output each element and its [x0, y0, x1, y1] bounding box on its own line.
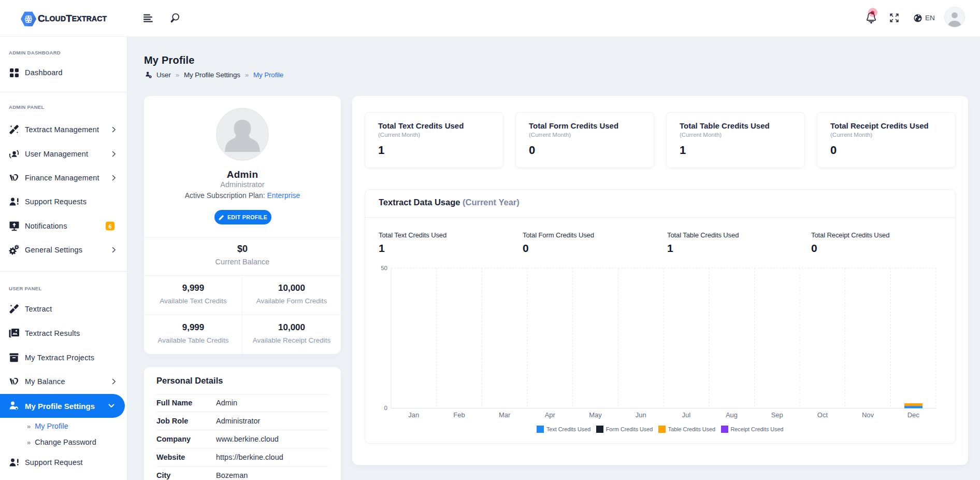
svg-text:Nov: Nov — [862, 411, 874, 419]
svg-text:Dec: Dec — [907, 411, 920, 419]
svg-text:Jun: Jun — [636, 411, 646, 419]
svg-text:Jul: Jul — [682, 411, 691, 419]
svg-text:Jan: Jan — [408, 411, 419, 419]
svg-text:50: 50 — [381, 265, 387, 271]
svg-text:Oct: Oct — [817, 411, 828, 419]
svg-text:0: 0 — [384, 405, 387, 411]
svg-text:Sep: Sep — [771, 411, 783, 419]
svg-text:Apr: Apr — [545, 411, 556, 419]
svg-text:Aug: Aug — [726, 411, 738, 419]
svg-text:May: May — [589, 411, 602, 419]
svg-text:Feb: Feb — [453, 411, 465, 419]
svg-text:Mar: Mar — [499, 411, 511, 419]
